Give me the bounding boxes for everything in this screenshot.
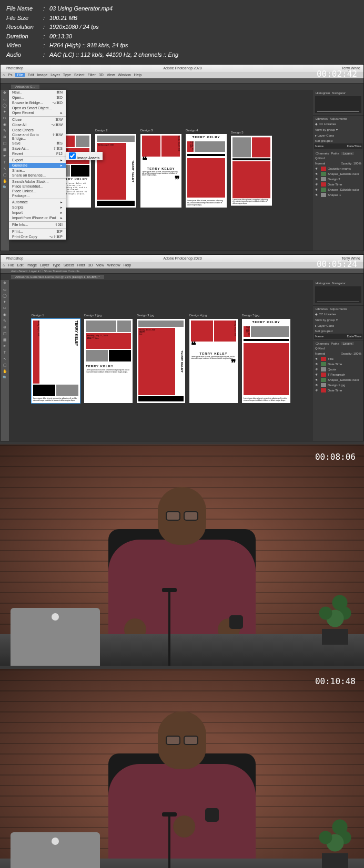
mac-menubar: Photoshop Adobe Photoshop 2020 Terry Whi… — [1, 255, 363, 262]
right-panels: HistogramNavigator LibrariesAdjustments◆… — [313, 280, 363, 441]
app-menubar: ⌂ Ps File Edit Image Layer Type Select F… — [1, 72, 363, 78]
artboard-2[interactable]: Design 2 Monday, July 27, 2020TERRY KELB… — [95, 134, 136, 208]
wand-tool-icon[interactable]: ✦ — [2, 110, 8, 115]
move-tool-icon[interactable]: ✥ — [2, 91, 8, 96]
menu-item[interactable]: Import▸ — [9, 210, 66, 215]
layer-row[interactable]: 👁Date Time — [314, 361, 362, 367]
menu-item[interactable]: Package... — [9, 193, 66, 198]
layer-row[interactable]: 👁Shapes 1 — [314, 192, 362, 198]
gradient-tool-icon[interactable]: ▦ — [2, 148, 8, 153]
menu-item[interactable]: Close and Go to Bridge...⇧⌘W — [9, 132, 66, 141]
eyedropper-tool-icon[interactable]: ◉ — [2, 122, 8, 128]
pen-tool-icon[interactable]: ✒ — [2, 154, 8, 159]
lasso-tool-icon[interactable]: ◯ — [2, 104, 8, 109]
layer-row[interactable]: 👁Date Time — [314, 388, 362, 393]
menu-item[interactable]: RevertF12 — [9, 151, 66, 156]
timestamp: 00:02:42 — [317, 69, 357, 79]
menu-filter[interactable]: Filter — [87, 73, 96, 77]
artboard-4[interactable]: Design 4.jpg Monday, July 27, 2020 ❝ TER… — [189, 319, 238, 403]
home-icon[interactable]: ⌂ — [3, 263, 5, 267]
meta-label: File Name — [6, 4, 43, 14]
shape-tool-icon[interactable]: ▢ — [2, 173, 8, 178]
artboard-5[interactable]: Design 5 Lorem ipsum dolor sit amet, con… — [231, 136, 272, 205]
menu-help[interactable]: Help — [134, 73, 141, 77]
doc-tab[interactable]: Artboards-Generator-Demo.psd @ 21% (Desi… — [11, 275, 104, 279]
plant — [311, 806, 359, 868]
menu-item[interactable]: Import from iPhone or iPad▸ — [9, 215, 66, 221]
menu-item[interactable]: Open...⌘O — [9, 95, 66, 100]
menu-item[interactable]: Print...⌘P — [9, 229, 66, 234]
artboard-3[interactable]: Design 3 Monday, July 27, 2020 ❝ TERRY K… — [140, 134, 181, 208]
menu-item[interactable]: Open Recent▸ — [9, 110, 66, 116]
artboard-5[interactable]: Design 5.jpg TERRY KELBY Monday, July 27… — [242, 319, 290, 403]
layer-row[interactable]: 👁Design 1.jpg — [314, 383, 362, 388]
canvas[interactable]: New...⌘NOpen...⌘OBrowse in Bridge...⌥⌘OO… — [9, 90, 313, 251]
doc-tabs: Artboards-G... — [1, 84, 363, 90]
layers-list: 👁Quotation marks👁Shapes_Editable color👁D… — [314, 166, 362, 198]
timestamp: 00:10:48 — [315, 676, 356, 686]
crop-tool-icon[interactable]: ✂ — [2, 116, 8, 121]
artboard-2[interactable]: Design 2.jpg Monday, July 27, 20208AM PT… — [84, 319, 133, 403]
type-tool-icon[interactable]: T — [2, 160, 8, 166]
meta-value: 03 Using Generator.mp4 — [49, 4, 113, 14]
doc-tab[interactable]: Artboards-G... — [11, 85, 39, 89]
menu-item[interactable]: Browse in Bridge...⌥⌘O — [9, 100, 66, 106]
menu-select[interactable]: Select — [74, 73, 84, 77]
layer-row[interactable]: 👁Shapes_Editable color — [314, 377, 362, 383]
menu-item[interactable]: Close Others — [9, 128, 66, 132]
menu-item[interactable]: Automate▸ — [9, 200, 66, 205]
menu-item[interactable]: Generate▸ — [9, 163, 66, 168]
artboard-4[interactable]: Design 4 TERRY KELBY Monday, July 27, 20… — [186, 134, 227, 208]
app-menubar: ⌂ FileEditImageLayerTypeSelectFilter3DVi… — [1, 262, 363, 268]
layer-row[interactable]: 👁T Paragraph — [314, 372, 362, 377]
eraser-tool-icon[interactable]: ◫ — [2, 141, 8, 147]
layer-row[interactable]: 👁Shapes_Editable color — [314, 187, 362, 192]
menu-item[interactable]: Place Embedded... — [9, 184, 66, 189]
generate-submenu[interactable]: Image Assets — [66, 152, 103, 160]
artboard-3[interactable]: Design 3.jpg Monday, July 27, 20208AM PT… — [137, 319, 185, 403]
hand-tool-icon[interactable]: ✋ — [2, 179, 8, 184]
menu-view[interactable]: View — [107, 73, 115, 77]
home-icon[interactable]: ⌂ — [3, 73, 5, 77]
canvas[interactable]: Design 1 Monday, July 27, 2020TERRY KELB… — [9, 280, 313, 441]
image-assets-checkbox[interactable] — [69, 152, 76, 159]
marquee-tool-icon[interactable]: ▭ — [2, 97, 8, 102]
menu-item[interactable]: New...⌘N — [9, 90, 66, 95]
path-tool-icon[interactable]: ↖ — [2, 167, 8, 172]
menu-type[interactable]: Type — [63, 73, 71, 77]
menu-item[interactable]: Export▸ — [9, 158, 66, 163]
menu-item[interactable]: Share... — [9, 168, 66, 173]
layer-row[interactable]: 👁Quotation marks — [314, 166, 362, 171]
layer-row[interactable]: 👁Shapes_Editable color — [314, 171, 362, 177]
menu-item[interactable]: Save As...⇧⌘S — [9, 146, 66, 151]
stamp-tool-icon[interactable]: ⊛ — [2, 135, 8, 140]
menu-item[interactable]: Share on Behance... — [9, 173, 66, 178]
menu-image[interactable]: Image — [37, 73, 47, 77]
move-tool-icon[interactable]: ✥ — [2, 281, 8, 286]
menu-item[interactable]: Print One Copy⌥⇧⌘P — [9, 234, 66, 240]
menu-layer[interactable]: Layer — [50, 73, 60, 77]
menu-item[interactable]: Search Adobe Stock... — [9, 179, 66, 184]
menu-item[interactable]: Open as Smart Object... — [9, 106, 66, 110]
menu-item[interactable]: Close⌘W — [9, 117, 66, 122]
menu-item[interactable]: File Info...⇧⌘I — [9, 222, 66, 228]
zoom-tool-icon[interactable]: 🔍 — [2, 185, 8, 191]
menu-item[interactable]: Scripts▸ — [9, 205, 66, 210]
menu-item[interactable]: Place Linked... — [9, 189, 66, 193]
menu-item[interactable]: Close All⌥⌘W — [9, 122, 66, 128]
layer-row[interactable]: 👁Title — [314, 356, 362, 361]
menu-item[interactable]: Save⌘S — [9, 141, 66, 146]
layer-row[interactable]: 👁Design 2 — [314, 177, 362, 182]
presenter-photo-2: 00:10:48 — [0, 669, 364, 868]
menu-3d[interactable]: 3D — [99, 73, 104, 77]
menu-edit[interactable]: Edit — [28, 73, 34, 77]
menu-file[interactable]: File — [15, 73, 24, 77]
artboard-1[interactable]: Design 1 Monday, July 27, 2020TERRY KELB… — [32, 319, 80, 403]
menu-ps[interactable]: Ps — [8, 73, 12, 77]
microphone-icon — [168, 592, 170, 666]
layer-row[interactable]: 👁Date Time — [314, 182, 362, 187]
brush-tool-icon[interactable]: ✎ — [2, 129, 8, 134]
options-bar — [1, 78, 363, 84]
menu-window[interactable]: Window — [118, 73, 131, 77]
layer-row[interactable]: 👁Quote — [314, 367, 362, 372]
